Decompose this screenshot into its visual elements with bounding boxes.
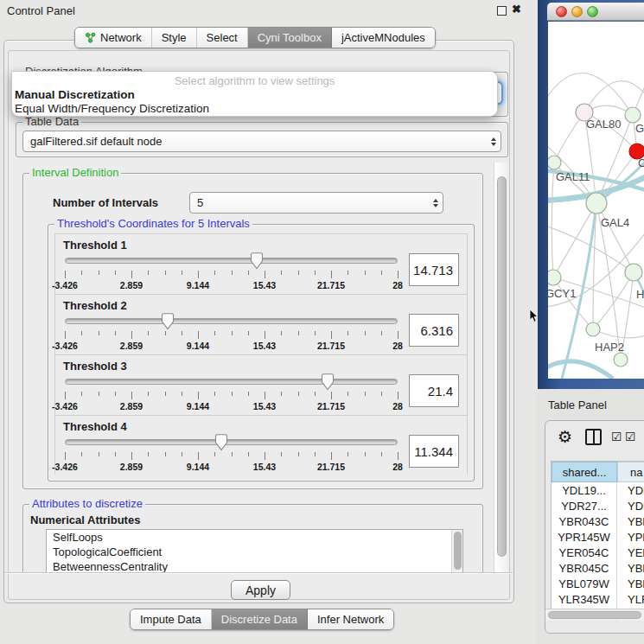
panel-scrollbar[interactable] — [494, 163, 508, 572]
slider-tick — [281, 392, 282, 396]
network-window-titlebar[interactable] — [547, 3, 644, 21]
table-row[interactable]: YPR145WYPR1 — [552, 529, 644, 545]
tab-infer-network[interactable]: Infer Network — [308, 609, 393, 629]
tab-select[interactable]: Select — [197, 28, 248, 48]
table-row[interactable]: YDR27...YDR2 — [552, 498, 644, 513]
tab-style[interactable]: Style — [152, 28, 197, 48]
attributes-scrollbar-thumb[interactable] — [454, 532, 462, 570]
tab-cyni-toolbox[interactable]: Cyni Toolbox — [248, 28, 332, 48]
attributes-scrollbar[interactable] — [451, 530, 462, 572]
cell-name[interactable]: YPR1 — [617, 529, 644, 545]
number-of-intervals-combobox[interactable]: 5 — [189, 192, 443, 214]
cell-shared-name[interactable]: YDL19... — [552, 482, 617, 498]
zoom-window-icon[interactable] — [587, 6, 598, 17]
dropdown-option-equal-width-frequency[interactable]: Equal Width/Frequency Discretization — [12, 101, 497, 115]
checkbox-icon[interactable]: ☑ — [625, 430, 636, 443]
slider-track[interactable] — [65, 318, 398, 324]
attribute-list-item[interactable]: TopologicalCoefficient — [47, 545, 462, 559]
table-row[interactable]: YBR043CYBR0 — [552, 513, 644, 529]
close-window-icon[interactable] — [556, 6, 567, 17]
float-window-icon[interactable] — [497, 6, 507, 16]
dropdown-option-manual-discretization[interactable]: Manual Discretization — [12, 87, 497, 101]
minimize-window-icon[interactable] — [571, 6, 583, 17]
cell-shared-name[interactable]: YBR043C — [552, 513, 617, 529]
network-node-label: H — [636, 288, 644, 301]
slider-tick — [148, 271, 149, 275]
network-node-ga[interactable] — [625, 107, 641, 123]
network-node-h[interactable] — [625, 264, 642, 281]
slider-track[interactable] — [65, 439, 398, 445]
threshold-slider[interactable]: -3.4262.8599.14415.4321.71528 — [65, 373, 398, 413]
table-horizontal-scrollbar[interactable] — [545, 609, 644, 621]
cell-shared-name[interactable]: YBR045C — [552, 560, 617, 576]
threshold-value-field[interactable]: 6.316 — [409, 314, 459, 347]
slider-tick — [182, 392, 182, 396]
cell-shared-name[interactable]: YBL079W — [552, 576, 617, 591]
table-hscrollbar-thumb[interactable] — [548, 611, 641, 619]
slider-thumb-icon[interactable] — [161, 313, 175, 330]
cell-name[interactable]: YBR0 — [617, 560, 644, 576]
cell-shared-name[interactable]: YDR27... — [552, 498, 617, 513]
attributes-group-title: Attributes to discretize — [29, 498, 145, 510]
cell-shared-name[interactable]: YER054C — [552, 545, 617, 560]
cell-name[interactable]: YBR0 — [617, 513, 644, 529]
slider-thumb-icon[interactable] — [250, 252, 264, 270]
cell-shared-name[interactable]: YPR145W — [552, 529, 617, 545]
slider-tick-label: 28 — [392, 280, 403, 290]
combobox-stepper-icon[interactable] — [429, 199, 443, 207]
numerical-attributes-list[interactable]: SelfLoopsTopologicalCoefficientBetweenne… — [46, 529, 463, 572]
slider-thumb-icon[interactable] — [214, 434, 228, 451]
network-canvas[interactable]: GAL80GACGAL11GAL4GCY1HHAP2 — [548, 22, 644, 379]
network-node-gcy1[interactable] — [548, 270, 561, 285]
network-node-gal4[interactable] — [586, 193, 607, 214]
table-row[interactable]: YBL079WYBL0 — [552, 576, 644, 591]
attribute-list-item[interactable]: BetweennessCentrality — [47, 559, 462, 572]
column-header-shared-name[interactable]: shared... — [552, 462, 617, 482]
column-header-name[interactable]: na — [617, 462, 644, 482]
tab-network[interactable]: Network — [75, 28, 152, 48]
threshold-slider[interactable]: -3.4262.8599.14415.4321.71528 — [65, 252, 398, 292]
tab-discretize-data[interactable]: Discretize Data — [212, 609, 308, 629]
combobox-stepper-icon[interactable] — [487, 137, 501, 146]
split-columns-icon[interactable] — [585, 429, 602, 445]
close-panel-icon[interactable]: ✖ — [512, 3, 521, 16]
slider-track[interactable] — [65, 379, 398, 385]
attribute-list-item[interactable]: SelfLoops — [47, 530, 462, 545]
slider-tick-label: 9.144 — [187, 462, 209, 472]
slider-tick-label: 21.715 — [317, 280, 345, 290]
slider-track[interactable] — [65, 258, 398, 264]
network-node-hap2[interactable] — [586, 322, 600, 336]
cell-name[interactable]: YER0 — [617, 545, 644, 560]
gear-icon[interactable]: ⚙ — [558, 427, 572, 447]
slider-tick — [381, 271, 382, 275]
slider-tick — [281, 452, 282, 456]
network-node[interactable] — [614, 353, 628, 367]
slider-tick — [115, 392, 116, 396]
cell-shared-name[interactable]: YLR345W — [552, 591, 617, 607]
slider-tick — [131, 331, 132, 339]
threshold-value-field[interactable]: 14.713 — [409, 253, 459, 286]
cell-name[interactable]: YBL0 — [617, 576, 644, 591]
table-panel: ⚙ ☑ ☑ shared... na YDL19...YDL1YDR27...Y… — [545, 420, 644, 634]
table-rows: YDL19...YDL1YDR27...YDR2YBR043CYBR0YPR14… — [552, 482, 644, 622]
tab-impute-data[interactable]: Impute Data — [131, 609, 212, 629]
threshold-value-field[interactable]: 21.4 — [409, 374, 459, 407]
tab-jactivemnodules[interactable]: jActiveMNodules — [332, 28, 435, 48]
cell-name[interactable]: YLR3 — [617, 591, 644, 607]
cell-name[interactable]: YDR2 — [617, 498, 644, 513]
table-row[interactable]: YBR045CYBR0 — [552, 560, 644, 576]
panel-scrollbar-thumb[interactable] — [497, 176, 507, 557]
slider-thumb-icon[interactable] — [321, 373, 335, 391]
table-row[interactable]: YDL19...YDL1 — [552, 482, 644, 498]
checkbox-icon[interactable]: ☑ — [611, 430, 622, 443]
threshold-slider[interactable]: -3.4262.8599.14415.4321.71528 — [65, 313, 398, 353]
slider-tick — [248, 452, 249, 456]
network-node-gal11[interactable] — [548, 156, 561, 169]
table-row[interactable]: YER054CYER0 — [552, 545, 644, 560]
apply-button[interactable]: Apply — [231, 580, 290, 600]
table-data-combobox[interactable]: galFiltered.sif default node — [22, 131, 501, 152]
cell-name[interactable]: YDL1 — [617, 482, 644, 498]
table-row[interactable]: YLR345WYLR3 — [552, 591, 644, 607]
threshold-slider[interactable]: -3.4262.8599.14415.4321.71528 — [65, 434, 398, 474]
threshold-value-field[interactable]: 11.344 — [409, 435, 459, 468]
